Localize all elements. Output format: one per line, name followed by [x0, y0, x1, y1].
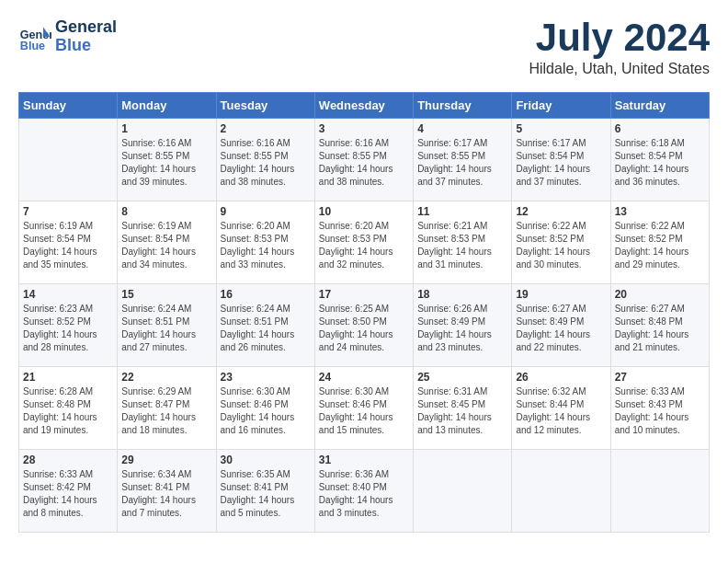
day-info: Sunrise: 6:28 AM Sunset: 8:48 PM Dayligh… — [23, 385, 113, 437]
calendar-cell: 31Sunrise: 6:36 AM Sunset: 8:40 PM Dayli… — [314, 450, 413, 533]
week-row-2: 7Sunrise: 6:19 AM Sunset: 8:54 PM Daylig… — [19, 201, 710, 284]
calendar-cell: 7Sunrise: 6:19 AM Sunset: 8:54 PM Daylig… — [19, 201, 118, 284]
calendar-cell: 13Sunrise: 6:22 AM Sunset: 8:52 PM Dayli… — [610, 201, 709, 284]
day-info: Sunrise: 6:20 AM Sunset: 8:53 PM Dayligh… — [319, 220, 409, 271]
calendar-cell — [512, 450, 610, 533]
day-number: 28 — [23, 454, 113, 466]
calendar-cell: 1Sunrise: 6:16 AM Sunset: 8:55 PM Daylig… — [118, 119, 216, 201]
day-info: Sunrise: 6:24 AM Sunset: 8:51 PM Dayligh… — [221, 303, 311, 354]
day-info: Sunrise: 6:32 AM Sunset: 8:44 PM Dayligh… — [516, 385, 606, 437]
day-number: 18 — [417, 288, 507, 301]
day-number: 13 — [615, 205, 705, 218]
week-row-1: 1Sunrise: 6:16 AM Sunset: 8:55 PM Daylig… — [19, 119, 710, 201]
day-number: 15 — [121, 288, 211, 301]
calendar-cell: 29Sunrise: 6:34 AM Sunset: 8:41 PM Dayli… — [118, 450, 216, 533]
day-info: Sunrise: 6:17 AM Sunset: 8:55 PM Dayligh… — [417, 137, 507, 189]
calendar-cell — [19, 119, 118, 201]
location: Hildale, Utah, United States — [529, 61, 710, 77]
calendar-cell: 8Sunrise: 6:19 AM Sunset: 8:54 PM Daylig… — [118, 201, 216, 284]
header-friday: Friday — [512, 93, 610, 119]
day-number: 23 — [221, 371, 311, 384]
calendar-cell: 10Sunrise: 6:20 AM Sunset: 8:53 PM Dayli… — [314, 201, 413, 284]
header-tuesday: Tuesday — [216, 93, 314, 119]
header-thursday: Thursday — [414, 93, 512, 119]
day-number: 24 — [319, 371, 409, 384]
calendar-cell: 20Sunrise: 6:27 AM Sunset: 8:48 PM Dayli… — [610, 284, 709, 367]
day-info: Sunrise: 6:30 AM Sunset: 8:46 PM Dayligh… — [319, 385, 409, 437]
logo-line2: Blue — [55, 37, 117, 55]
day-number: 14 — [23, 288, 113, 301]
calendar-cell: 25Sunrise: 6:31 AM Sunset: 8:45 PM Dayli… — [414, 367, 512, 450]
day-number: 30 — [221, 454, 311, 466]
calendar-cell: 5Sunrise: 6:17 AM Sunset: 8:54 PM Daylig… — [512, 119, 610, 201]
calendar-cell — [414, 450, 512, 533]
calendar-cell: 12Sunrise: 6:22 AM Sunset: 8:52 PM Dayli… — [512, 201, 610, 284]
day-number: 2 — [221, 122, 311, 135]
calendar-cell: 15Sunrise: 6:24 AM Sunset: 8:51 PM Dayli… — [118, 284, 216, 367]
calendar-cell: 18Sunrise: 6:26 AM Sunset: 8:49 PM Dayli… — [414, 284, 512, 367]
calendar-cell: 21Sunrise: 6:28 AM Sunset: 8:48 PM Dayli… — [19, 367, 118, 450]
day-info: Sunrise: 6:33 AM Sunset: 8:43 PM Dayligh… — [615, 385, 705, 437]
logo: General Blue General Blue — [18, 18, 117, 55]
day-number: 16 — [221, 288, 311, 301]
day-info: Sunrise: 6:17 AM Sunset: 8:54 PM Dayligh… — [516, 137, 606, 189]
week-row-3: 14Sunrise: 6:23 AM Sunset: 8:52 PM Dayli… — [19, 284, 710, 367]
day-number: 27 — [615, 371, 705, 384]
day-info: Sunrise: 6:16 AM Sunset: 8:55 PM Dayligh… — [319, 137, 409, 189]
day-info: Sunrise: 6:29 AM Sunset: 8:47 PM Dayligh… — [121, 385, 211, 437]
day-number: 11 — [417, 205, 507, 218]
page-header: General Blue General Blue July 2024 Hild… — [18, 18, 710, 77]
logo-text: General Blue — [55, 18, 117, 55]
day-info: Sunrise: 6:16 AM Sunset: 8:55 PM Dayligh… — [221, 137, 311, 189]
calendar-cell: 2Sunrise: 6:16 AM Sunset: 8:55 PM Daylig… — [216, 119, 314, 201]
calendar-cell: 4Sunrise: 6:17 AM Sunset: 8:55 PM Daylig… — [414, 119, 512, 201]
day-number: 19 — [516, 288, 606, 301]
day-info: Sunrise: 6:22 AM Sunset: 8:52 PM Dayligh… — [615, 220, 705, 271]
week-row-5: 28Sunrise: 6:33 AM Sunset: 8:42 PM Dayli… — [19, 450, 710, 533]
calendar-table: SundayMondayTuesdayWednesdayThursdayFrid… — [18, 92, 710, 533]
day-info: Sunrise: 6:27 AM Sunset: 8:49 PM Dayligh… — [516, 303, 606, 354]
day-info: Sunrise: 6:26 AM Sunset: 8:49 PM Dayligh… — [417, 303, 507, 354]
day-info: Sunrise: 6:34 AM Sunset: 8:41 PM Dayligh… — [121, 468, 211, 520]
svg-text:Blue: Blue — [20, 40, 45, 52]
calendar-cell: 9Sunrise: 6:20 AM Sunset: 8:53 PM Daylig… — [216, 201, 314, 284]
day-number: 21 — [23, 371, 113, 384]
calendar-cell: 23Sunrise: 6:30 AM Sunset: 8:46 PM Dayli… — [216, 367, 314, 450]
month-title: July 2024 — [529, 18, 710, 57]
header-monday: Monday — [118, 93, 216, 119]
day-info: Sunrise: 6:19 AM Sunset: 8:54 PM Dayligh… — [121, 220, 211, 271]
calendar-header-row: SundayMondayTuesdayWednesdayThursdayFrid… — [19, 93, 710, 119]
day-number: 20 — [615, 288, 705, 301]
day-number: 3 — [319, 122, 409, 135]
day-info: Sunrise: 6:16 AM Sunset: 8:55 PM Dayligh… — [121, 137, 211, 189]
day-number: 26 — [516, 371, 606, 384]
day-info: Sunrise: 6:19 AM Sunset: 8:54 PM Dayligh… — [23, 220, 113, 271]
day-info: Sunrise: 6:22 AM Sunset: 8:52 PM Dayligh… — [516, 220, 606, 271]
day-number: 31 — [319, 454, 409, 466]
day-number: 7 — [23, 205, 113, 218]
day-info: Sunrise: 6:33 AM Sunset: 8:42 PM Dayligh… — [23, 468, 113, 520]
calendar-cell: 28Sunrise: 6:33 AM Sunset: 8:42 PM Dayli… — [19, 450, 118, 533]
calendar-cell: 22Sunrise: 6:29 AM Sunset: 8:47 PM Dayli… — [118, 367, 216, 450]
calendar-cell: 3Sunrise: 6:16 AM Sunset: 8:55 PM Daylig… — [314, 119, 413, 201]
day-number: 25 — [417, 371, 507, 384]
day-info: Sunrise: 6:25 AM Sunset: 8:50 PM Dayligh… — [319, 303, 409, 354]
title-area: July 2024 Hildale, Utah, United States — [529, 18, 710, 77]
day-number: 8 — [121, 205, 211, 218]
header-wednesday: Wednesday — [314, 93, 413, 119]
logo-icon: General Blue — [18, 20, 51, 53]
day-info: Sunrise: 6:35 AM Sunset: 8:41 PM Dayligh… — [221, 468, 311, 520]
calendar-cell: 30Sunrise: 6:35 AM Sunset: 8:41 PM Dayli… — [216, 450, 314, 533]
day-number: 10 — [319, 205, 409, 218]
day-info: Sunrise: 6:21 AM Sunset: 8:53 PM Dayligh… — [417, 220, 507, 271]
calendar-cell: 26Sunrise: 6:32 AM Sunset: 8:44 PM Dayli… — [512, 367, 610, 450]
day-info: Sunrise: 6:20 AM Sunset: 8:53 PM Dayligh… — [221, 220, 311, 271]
day-info: Sunrise: 6:23 AM Sunset: 8:52 PM Dayligh… — [23, 303, 113, 354]
header-sunday: Sunday — [19, 93, 118, 119]
day-number: 22 — [121, 371, 211, 384]
day-number: 9 — [221, 205, 311, 218]
day-number: 29 — [121, 454, 211, 466]
header-saturday: Saturday — [610, 93, 709, 119]
day-number: 1 — [121, 122, 211, 135]
calendar-cell: 6Sunrise: 6:18 AM Sunset: 8:54 PM Daylig… — [610, 119, 709, 201]
